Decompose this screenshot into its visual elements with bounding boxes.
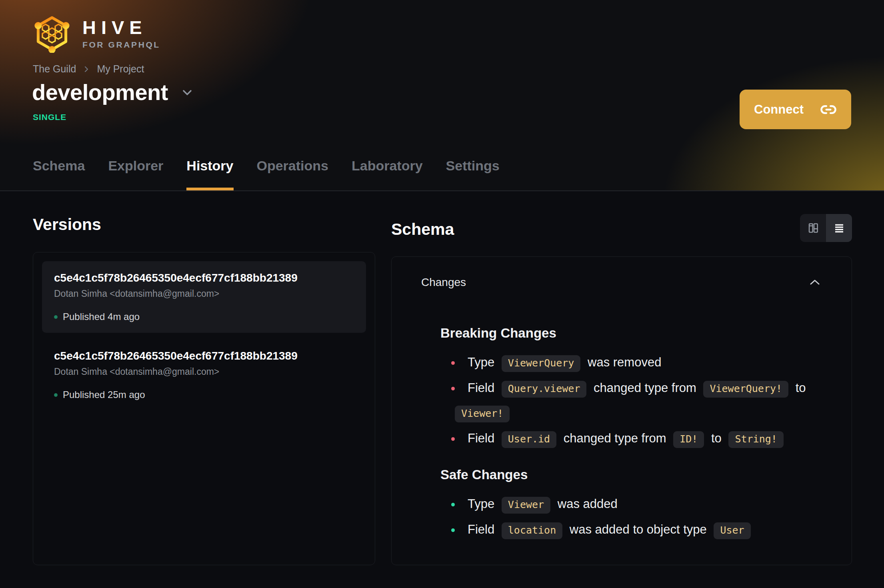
- code-chip: String!: [728, 431, 783, 448]
- link-icon: [820, 101, 837, 118]
- connect-button[interactable]: Connect: [740, 90, 851, 129]
- change-item: Field location was added to object type …: [451, 518, 820, 542]
- code-chip: Query.viewer: [502, 381, 587, 398]
- published-dot-icon: [54, 315, 58, 319]
- version-status: Published 4m ago: [54, 311, 354, 322]
- brand-text: HIVE FOR GRAPHQL: [82, 18, 160, 50]
- change-item: Field User.id changed type from ID! to S…: [451, 426, 820, 451]
- change-item: Type Viewer was added: [451, 492, 820, 517]
- breadcrumb: The Guild My Project: [33, 63, 144, 75]
- page-title: development: [32, 79, 168, 105]
- changes-sections: Breaking ChangesType ViewerQuery was rem…: [392, 289, 852, 542]
- target-selector[interactable]: development: [32, 79, 194, 105]
- app-header: HIVE FOR GRAPHQL The Guild My Project de…: [0, 0, 884, 191]
- hive-hexagon-icon: [33, 14, 71, 53]
- brand-name: HIVE: [82, 18, 160, 37]
- tab-explorer[interactable]: Explorer: [108, 158, 163, 190]
- chevron-down-icon: [180, 85, 194, 100]
- tab-operations[interactable]: Operations: [257, 158, 328, 190]
- safe-changes-list: Type Viewer was addedField location was …: [440, 492, 820, 542]
- code-chip: ViewerQuery: [502, 355, 581, 372]
- rows-view-button[interactable]: [826, 214, 852, 242]
- target-mode-badge: SINGLE: [33, 112, 66, 122]
- change-item: Field Query.viewer changed type from Vie…: [451, 376, 820, 426]
- code-chip: ViewerQuery!: [703, 381, 788, 398]
- change-section-title: Safe Changes: [440, 467, 820, 482]
- brand-tagline: FOR GRAPHQL: [82, 40, 160, 50]
- main-tabs: Schema Explorer History Operations Labor…: [33, 158, 500, 190]
- version-status-label: Published 25m ago: [63, 389, 145, 400]
- changes-collapse-header[interactable]: Changes: [392, 257, 852, 289]
- chevron-right-icon: [82, 65, 90, 73]
- schema-heading: Schema: [391, 220, 454, 239]
- tab-laboratory[interactable]: Laboratory: [352, 158, 423, 190]
- version-status-label: Published 4m ago: [63, 311, 140, 322]
- version-author: Dotan Simha <dotansimha@gmail.com>: [54, 366, 354, 377]
- tab-settings[interactable]: Settings: [446, 158, 500, 190]
- code-chip: Viewer: [502, 497, 550, 514]
- connect-button-label: Connect: [754, 102, 804, 117]
- version-hash: c5e4c1c5f78b26465350e4ecf677cf188bb21389: [54, 350, 354, 362]
- tab-schema[interactable]: Schema: [33, 158, 85, 190]
- code-chip: User.id: [502, 431, 556, 448]
- versions-heading: Versions: [33, 215, 101, 234]
- version-card[interactable]: c5e4c1c5f78b26465350e4ecf677cf188bb21389…: [42, 261, 366, 333]
- breadcrumb-org[interactable]: The Guild: [33, 63, 76, 75]
- code-chip: location: [502, 522, 562, 539]
- change-section-title: Breaking Changes: [440, 326, 820, 341]
- tab-history[interactable]: History: [186, 158, 233, 190]
- change-item: Type ViewerQuery was removed: [451, 350, 820, 375]
- version-author: Dotan Simha <dotansimha@gmail.com>: [54, 288, 354, 299]
- hive-logo[interactable]: HIVE FOR GRAPHQL: [33, 14, 160, 53]
- code-chip: User: [714, 522, 750, 539]
- columns-view-button[interactable]: [800, 214, 826, 242]
- schema-view-toggle: [800, 214, 852, 242]
- published-dot-icon: [54, 393, 58, 397]
- versions-list: c5e4c1c5f78b26465350e4ecf677cf188bb21389…: [33, 252, 375, 565]
- rows-icon: [833, 222, 845, 234]
- schema-changes-panel: Changes Breaking ChangesType ViewerQuery…: [391, 256, 852, 565]
- breadcrumb-project[interactable]: My Project: [97, 63, 144, 75]
- changes-label: Changes: [421, 276, 466, 289]
- columns-icon: [807, 222, 820, 234]
- version-status: Published 25m ago: [54, 389, 354, 400]
- version-card[interactable]: c5e4c1c5f78b26465350e4ecf677cf188bb21389…: [42, 339, 366, 411]
- version-hash: c5e4c1c5f78b26465350e4ecf677cf188bb21389: [54, 272, 354, 284]
- breaking-changes-list: Type ViewerQuery was removedField Query.…: [440, 350, 820, 451]
- chevron-up-icon: [808, 278, 821, 287]
- code-chip: Viewer!: [455, 406, 510, 422]
- code-chip: ID!: [673, 431, 704, 448]
